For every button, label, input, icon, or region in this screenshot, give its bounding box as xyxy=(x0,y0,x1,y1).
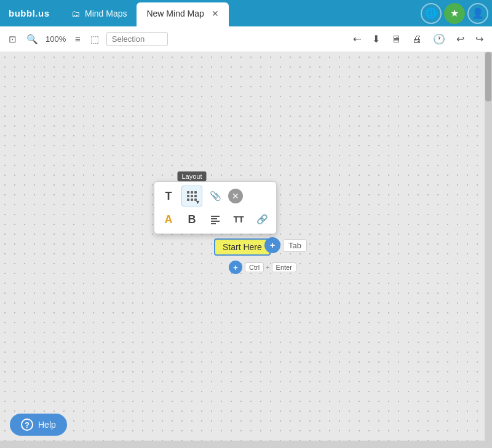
star-button[interactable]: ★ xyxy=(444,3,465,24)
logo: bubbl.us xyxy=(0,0,62,26)
tab-new-mind-map-label: New Mind Map xyxy=(146,9,204,18)
print-button[interactable]: 🖨 xyxy=(410,33,424,46)
help-label: Help xyxy=(38,420,56,430)
svg-rect-2 xyxy=(194,191,197,194)
svg-rect-11 xyxy=(211,221,220,222)
tab-bar-right: 🌐 ★ 👤 xyxy=(421,0,492,26)
text-button[interactable]: T xyxy=(158,186,179,206)
undo-button[interactable]: ↩ xyxy=(454,32,467,46)
tab-mind-maps-label: Mind Maps xyxy=(85,9,127,18)
child-action: + Ctrl + Enter xyxy=(229,261,296,274)
user-button[interactable]: 👤 xyxy=(467,3,488,24)
screen-button[interactable]: 🖥 xyxy=(389,33,403,46)
horizontal-scrollbar[interactable] xyxy=(0,441,485,448)
main-toolbar: ⊡ 🔍 100% ≡ ⬚ ⇠ ⬇ 🖥 🖨 🕐 ↩ ↪ xyxy=(0,26,492,52)
link-button[interactable]: 🔗 xyxy=(252,209,272,230)
help-icon: ? xyxy=(21,419,33,431)
bold-button[interactable]: B xyxy=(181,209,202,230)
text-size-button[interactable]: TT xyxy=(228,209,249,230)
canvas-area[interactable]: T ▼ Layout 📎 ✕ xyxy=(0,52,492,448)
close-button[interactable]: ✕ xyxy=(228,189,243,203)
svg-rect-9 xyxy=(211,216,220,217)
selection-input[interactable] xyxy=(106,32,168,46)
floating-toolbar: T ▼ Layout 📎 ✕ xyxy=(154,181,277,234)
plus-separator: + xyxy=(266,264,269,271)
add-sibling-button[interactable]: + xyxy=(264,237,280,253)
ctrl-key: Ctrl xyxy=(245,262,264,272)
selection-icon: ⬚ xyxy=(88,31,101,47)
svg-rect-12 xyxy=(211,223,216,224)
history-button[interactable]: 🕐 xyxy=(430,32,448,46)
vertical-scrollbar-thumb[interactable] xyxy=(485,52,491,101)
align-button[interactable] xyxy=(205,209,226,230)
tab-key-label: Tab xyxy=(283,239,307,252)
tab-close-icon[interactable]: ✕ xyxy=(212,9,219,18)
tab-new-mind-map[interactable]: New Mind Map ✕ xyxy=(137,2,228,26)
enter-key: Enter xyxy=(272,262,296,272)
start-node[interactable]: Start Here xyxy=(214,238,271,256)
redo-button[interactable]: ↪ xyxy=(473,32,486,46)
toolbar-right: ⇠ ⬇ 🖥 🖨 🕐 ↩ ↪ xyxy=(351,32,486,46)
align-icon xyxy=(210,214,220,224)
svg-rect-3 xyxy=(187,195,189,197)
svg-rect-5 xyxy=(194,195,197,197)
add-child-button[interactable]: + xyxy=(229,261,242,274)
tab-mind-maps-icon: 🗂 xyxy=(71,9,80,18)
svg-rect-7 xyxy=(191,198,193,201)
node-actions: + Tab xyxy=(264,237,307,253)
share-button[interactable]: ⇠ xyxy=(351,32,363,46)
menu-button[interactable]: ≡ xyxy=(73,31,83,47)
tab-mind-maps[interactable]: 🗂 Mind Maps xyxy=(62,0,137,26)
layout-button[interactable]: ▼ Layout xyxy=(181,186,202,206)
help-button[interactable]: ? Help xyxy=(10,414,67,436)
download-button[interactable]: ⬇ xyxy=(370,32,383,46)
font-color-button[interactable]: A xyxy=(158,209,179,230)
zoom-icon: 🔍 xyxy=(24,31,41,47)
svg-rect-1 xyxy=(191,191,193,194)
child-key-combo: Ctrl + Enter xyxy=(245,262,296,272)
floating-toolbar-row-2: A B TT 🔗 xyxy=(158,209,272,230)
vertical-scrollbar[interactable] xyxy=(485,52,492,448)
tab-bar: bubbl.us 🗂 Mind Maps New Mind Map ✕ 🌐 ★ … xyxy=(0,0,492,26)
svg-rect-10 xyxy=(211,218,217,219)
globe-button[interactable]: 🌐 xyxy=(421,3,442,24)
svg-rect-4 xyxy=(191,195,193,197)
zoom-level: 100% xyxy=(46,34,68,44)
layout-tooltip: Layout xyxy=(177,171,206,181)
attach-button[interactable]: 📎 xyxy=(205,186,226,206)
svg-rect-6 xyxy=(187,198,189,201)
layout-chevron-icon: ▼ xyxy=(195,199,200,205)
fit-screen-button[interactable]: ⊡ xyxy=(6,31,19,47)
floating-toolbar-row-1: T ▼ Layout 📎 ✕ xyxy=(158,186,272,206)
svg-rect-0 xyxy=(187,191,189,194)
